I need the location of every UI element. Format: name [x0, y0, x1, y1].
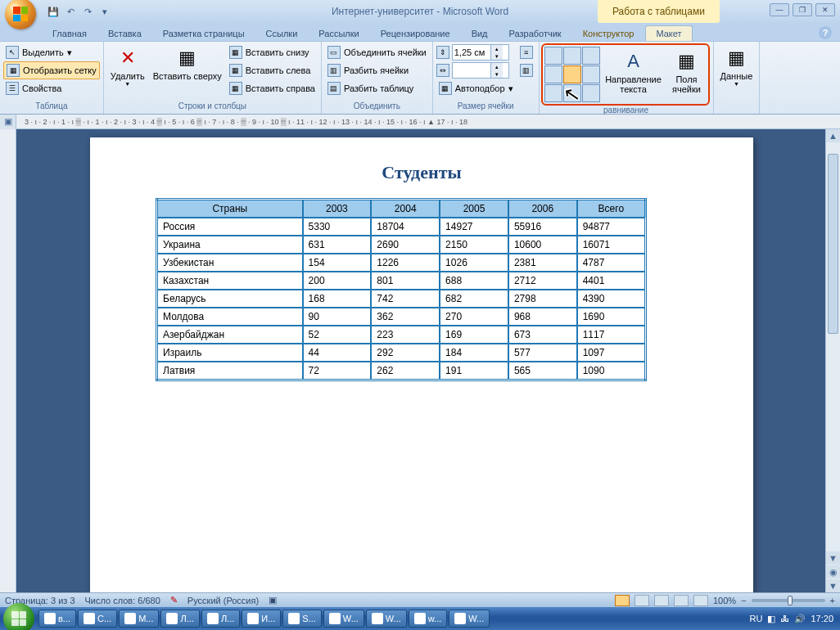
table-cell[interactable]: 55916: [508, 218, 577, 236]
table-cell[interactable]: 688: [440, 272, 508, 290]
table-cell[interactable]: 565: [508, 362, 577, 380]
tab-home[interactable]: Главная: [43, 26, 97, 41]
spinner-up-icon[interactable]: ▲: [491, 45, 503, 52]
align-top-right-button[interactable]: [582, 47, 600, 65]
align-top-left-button[interactable]: [544, 47, 562, 65]
zoom-level[interactable]: 100%: [713, 596, 736, 605]
tray-language[interactable]: RU: [750, 614, 763, 623]
table-header[interactable]: Всего: [577, 200, 646, 218]
col-width-spinner[interactable]: ▲▼: [452, 62, 509, 79]
taskbar-item[interactable]: И...: [242, 610, 281, 628]
table-cell[interactable]: 94877: [577, 218, 646, 236]
undo-icon[interactable]: ↶: [63, 4, 78, 19]
tab-review[interactable]: Рецензирование: [371, 26, 460, 41]
table-cell[interactable]: 72: [303, 362, 372, 380]
table-cell[interactable]: 184: [440, 344, 508, 362]
insert-above-button[interactable]: ▦ Вставить сверху: [150, 43, 225, 83]
prev-page-icon[interactable]: ◉: [826, 565, 840, 578]
document-area[interactable]: Студенты Страны2003200420052006Всего Рос…: [16, 129, 825, 592]
ruler-vertical[interactable]: [0, 129, 16, 592]
table-cell[interactable]: 631: [303, 236, 372, 254]
scroll-up-icon[interactable]: ▲: [826, 129, 840, 142]
tray-app-icon[interactable]: ◧: [767, 614, 775, 624]
spinner-down-icon[interactable]: ▼: [491, 52, 503, 60]
table-cell[interactable]: 169: [440, 326, 508, 344]
table-cell[interactable]: 2690: [371, 236, 440, 254]
taskbar-item[interactable]: Л...: [201, 610, 240, 628]
table-cell[interactable]: 4390: [577, 290, 646, 308]
taskbar-item[interactable]: M...: [119, 610, 159, 628]
table-cell[interactable]: 1117: [577, 326, 646, 344]
taskbar-item[interactable]: W...: [366, 610, 407, 628]
tray-clock[interactable]: 17:20: [811, 614, 833, 623]
ruler-horizontal[interactable]: ▣ 3 · ı · 2 · ı · 1 · ı ▒ · ı · 1 · ı · …: [0, 115, 840, 129]
redo-icon[interactable]: ↷: [80, 4, 95, 19]
table-cell[interactable]: Украина: [157, 236, 303, 254]
data-table[interactable]: Страны2003200420052006Всего Россия533018…: [156, 198, 647, 381]
tab-view[interactable]: Вид: [462, 26, 498, 41]
table-cell[interactable]: 18704: [371, 218, 440, 236]
spellcheck-icon[interactable]: ✎: [170, 595, 178, 605]
close-button[interactable]: ✕: [815, 3, 835, 16]
table-cell[interactable]: 2150: [440, 236, 508, 254]
ruler-toggle-icon[interactable]: ▣: [0, 115, 16, 129]
table-cell[interactable]: 2381: [508, 254, 577, 272]
draft-view-button[interactable]: [693, 595, 708, 606]
align-top-center-button[interactable]: [563, 47, 581, 65]
table-header[interactable]: 2003: [303, 200, 372, 218]
table-cell[interactable]: 10600: [508, 236, 577, 254]
split-cells-button[interactable]: ▥Разбить ячейки: [325, 61, 429, 79]
properties-button[interactable]: ☰Свойства: [3, 79, 100, 97]
split-table-button[interactable]: ▤Разбить таблицу: [325, 79, 429, 97]
restore-button[interactable]: ❐: [793, 3, 812, 16]
insert-left-button[interactable]: ▦Вставить слева: [227, 61, 318, 79]
minimize-button[interactable]: —: [770, 3, 789, 16]
table-cell[interactable]: 200: [303, 272, 372, 290]
table-cell[interactable]: 1226: [371, 254, 440, 272]
table-header[interactable]: Страны: [157, 200, 303, 218]
table-row[interactable]: Беларусь16874268227984390: [157, 290, 646, 308]
table-cell[interactable]: 44: [303, 344, 372, 362]
fullscreen-reading-view-button[interactable]: [635, 595, 649, 606]
table-cell[interactable]: 154: [303, 254, 372, 272]
distribute-cols-button[interactable]: ▥: [517, 61, 535, 79]
table-cell[interactable]: 16071: [577, 236, 646, 254]
tab-table-design[interactable]: Конструктор: [573, 26, 644, 41]
zoom-slider-knob[interactable]: [788, 596, 793, 605]
table-row[interactable]: Латвия722621915651090: [157, 362, 646, 380]
table-cell[interactable]: 968: [508, 308, 577, 326]
table-cell[interactable]: 577: [508, 344, 577, 362]
qat-dropdown-icon[interactable]: ▾: [97, 4, 112, 19]
table-cell[interactable]: Узбекистан: [157, 254, 303, 272]
view-gridlines-button[interactable]: ▦Отобразить сетку: [3, 61, 100, 79]
taskbar-item[interactable]: w...: [409, 610, 448, 628]
table-cell[interactable]: 362: [371, 308, 440, 326]
table-cell[interactable]: 1690: [577, 308, 646, 326]
zoom-in-button[interactable]: +: [830, 596, 835, 605]
taskbar-item[interactable]: S...: [282, 610, 322, 628]
table-row[interactable]: Азербайджан522231696731117: [157, 326, 646, 344]
save-icon[interactable]: 💾: [46, 4, 61, 19]
table-header[interactable]: 2006: [508, 200, 577, 218]
table-cell[interactable]: 1097: [577, 344, 646, 362]
tab-mailings[interactable]: Рассылки: [309, 26, 368, 41]
table-cell[interactable]: Латвия: [157, 362, 303, 380]
align-middle-center-button[interactable]: [563, 65, 581, 83]
align-middle-left-button[interactable]: [544, 65, 562, 83]
table-cell[interactable]: Беларусь: [157, 290, 303, 308]
tab-page-layout[interactable]: Разметка страницы: [153, 26, 255, 41]
status-word-count[interactable]: Число слов: 6/680: [85, 596, 160, 605]
help-icon[interactable]: ?: [819, 26, 832, 39]
align-bottom-right-button[interactable]: [582, 84, 600, 102]
align-middle-right-button[interactable]: [582, 65, 600, 83]
start-button[interactable]: [3, 603, 34, 630]
table-cell[interactable]: 4401: [577, 272, 646, 290]
taskbar-item[interactable]: Л...: [160, 610, 199, 628]
macro-record-icon[interactable]: ▣: [269, 595, 277, 605]
table-cell[interactable]: 4787: [577, 254, 646, 272]
row-height-input[interactable]: [453, 47, 490, 57]
table-cell[interactable]: 191: [440, 362, 508, 380]
table-cell[interactable]: Молдова: [157, 308, 303, 326]
table-cell[interactable]: 742: [371, 290, 440, 308]
data-button[interactable]: ▦ Данные▼: [717, 43, 756, 88]
